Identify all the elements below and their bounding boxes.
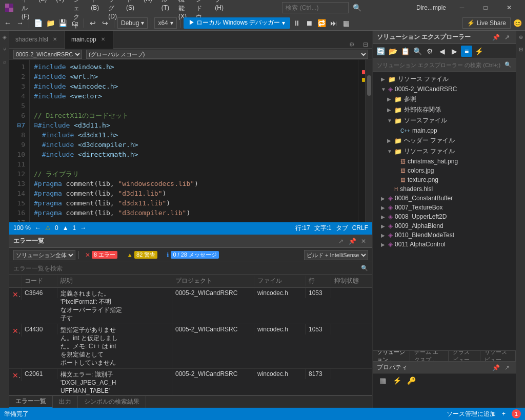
error-search-input[interactable]: [13, 265, 359, 272]
nav-forward-icon[interactable]: →: [80, 224, 86, 232]
tree-item-project[interactable]: ▼ ◈ 0005-2_WICandRSRC: [373, 85, 516, 94]
props-btn-1[interactable]: ▦: [377, 375, 388, 386]
toolbar-icon-4[interactable]: ⏭: [328, 17, 339, 29]
panel-tab-errors[interactable]: エラー一覧: [9, 396, 53, 408]
start-debug-button[interactable]: ▶ ローカル Windows デバッガー ▾: [184, 17, 291, 29]
activity-git-icon[interactable]: ⑂: [1, 45, 9, 53]
sidebar-tab-team[interactable]: チーム エクスプ...: [410, 350, 449, 362]
sidebar-btn-1[interactable]: 🔄: [375, 46, 386, 57]
sidebar-btn-4[interactable]: 🔍: [412, 46, 423, 57]
warning-badge[interactable]: ▲ 82 警告: [124, 250, 160, 260]
save-button[interactable]: 💾: [57, 17, 68, 29]
sidebar-btn-active[interactable]: ≡: [461, 46, 472, 57]
tree-item-0008[interactable]: ▶ ◈ 0008_UpperLeft2D: [373, 212, 516, 221]
tree-item-0009[interactable]: ▶ ◈ 0009_AlphaBlend: [373, 221, 516, 230]
panel-tab-output[interactable]: 出力: [53, 396, 78, 408]
tree-item-0006[interactable]: ▶ ◈ 0006_ConstantBuffer: [373, 194, 516, 203]
sidebar-tab-solution[interactable]: ソリューション...: [373, 350, 410, 362]
message-badge[interactable]: ℹ 0 / 28 メッセージ: [164, 250, 222, 260]
toolbar-icon-2[interactable]: ⏹: [304, 17, 315, 29]
filter-dropdown[interactable]: ビルド + IntelliSense: [304, 250, 368, 260]
save-all-button[interactable]: 🗂: [69, 17, 80, 29]
tree-item-0007[interactable]: ▶ ◈ 0007_TextureBox: [373, 203, 516, 212]
minimize-button[interactable]: ─: [450, 0, 474, 15]
back-button[interactable]: ←: [2, 17, 13, 29]
undo-button[interactable]: ↩: [87, 17, 98, 29]
properties-float-button[interactable]: ↗: [502, 363, 512, 372]
code-content[interactable]: #include <windows.h> #include <wrl.h> #i…: [30, 60, 358, 222]
tab-cpp-close[interactable]: ✕: [99, 36, 107, 43]
tree-item-resources[interactable]: ▼ 📁 リソース ファイル: [373, 146, 516, 157]
tree-item-colors-jpg[interactable]: 🖼 colors.jpg: [373, 166, 516, 175]
col-suppress[interactable]: 抑制状態: [331, 276, 372, 286]
right-icon-1[interactable]: ⊕: [517, 33, 525, 41]
sidebar-btn-3[interactable]: 📋: [399, 46, 411, 57]
error-badge[interactable]: ✕ 8 エラー: [82, 250, 120, 260]
panel-close-button[interactable]: ✕: [359, 237, 368, 246]
right-icon-2[interactable]: ⊟: [517, 45, 525, 53]
debug-config-dropdown[interactable]: Debug ▾: [117, 17, 148, 29]
scope-dropdown[interactable]: ソリューション全体: [13, 250, 75, 260]
search-input[interactable]: [282, 2, 349, 13]
col-project[interactable]: プロジェクト: [172, 276, 254, 286]
toolbar-icon-1[interactable]: ⏸: [291, 17, 302, 29]
tree-item-0010[interactable]: ▶ ◈ 0010_BlendModeTest: [373, 230, 516, 240]
panel-float-button[interactable]: ↗: [336, 237, 346, 246]
error-row-c4430[interactable]: ✕ C4430 型指定子がありません。int と仮定しました。メモ: C++ は…: [9, 324, 372, 369]
source-control-label[interactable]: ソース管理に追加: [447, 410, 496, 418]
activity-search-icon[interactable]: ⌕: [1, 57, 9, 66]
search-icon[interactable]: 🔍: [353, 4, 361, 12]
live-share-button[interactable]: ⚡ Live Share: [462, 17, 511, 29]
col-code[interactable]: コード: [22, 276, 57, 286]
panel-pin-button[interactable]: 📌: [348, 237, 357, 246]
tree-item-christmas-hat[interactable]: 🖼 christmas_hat.png: [373, 157, 516, 166]
sidebar-tab-resource[interactable]: リソース ビュー: [480, 350, 516, 362]
col-description[interactable]: 説明: [57, 276, 172, 286]
tab-shaders-hlsl[interactable]: shaders.hlsl ✕: [9, 31, 65, 48]
maximize-button[interactable]: □: [474, 0, 497, 15]
scroll-thumb[interactable]: [367, 75, 371, 96]
redo-button[interactable]: ↪: [99, 17, 111, 29]
tree-item-shaders-hlsl[interactable]: H shaders.hlsl: [373, 184, 516, 194]
sidebar-btn-5[interactable]: ⚙: [424, 46, 435, 57]
sidebar-btn-6[interactable]: ◀: [436, 46, 448, 57]
close-button[interactable]: ✕: [497, 0, 521, 15]
new-file-button[interactable]: 📄: [32, 17, 44, 29]
toolbar-icon-3[interactable]: 🔁: [316, 17, 327, 29]
sidebar-btn-7[interactable]: ▶: [449, 46, 460, 57]
editor-split-icon[interactable]: ⊟: [359, 41, 372, 48]
vertical-scrollbar[interactable]: [365, 60, 372, 222]
properties-pin-button[interactable]: 📌: [491, 363, 500, 372]
nav-back-icon[interactable]: ←: [35, 224, 41, 232]
activity-solution-icon[interactable]: ◈: [1, 33, 9, 41]
sidebar-tab-class[interactable]: クラス ビュー: [449, 350, 480, 362]
scope-selector[interactable]: (グローバル スコープ): [86, 50, 368, 59]
tree-item-source[interactable]: ▼ 📁 ソースファイル: [373, 115, 516, 126]
tree-item-external[interactable]: ▶ 📁 外部依存関係: [373, 104, 516, 115]
tree-item-main-cpp[interactable]: C++ main.cpp: [373, 126, 516, 135]
tree-item-resources-top[interactable]: ▶ 📁 リソース ファイル: [373, 74, 516, 85]
error-row-c2061-1[interactable]: ✕ C2061 構文エラー: 識別子'DXGI_JPEG_AC_HUFFMAN_…: [9, 369, 372, 395]
col-file[interactable]: ファイル: [254, 276, 306, 286]
tab-main-cpp[interactable]: main.cpp ✕: [65, 31, 113, 49]
sidebar-float-button[interactable]: ↗: [502, 33, 512, 42]
tree-item-headers[interactable]: ▶ 📁 ヘッダー ファイル: [373, 135, 516, 146]
toolbar-icon-5[interactable]: ▦: [340, 17, 352, 29]
feedback-button[interactable]: 😊: [512, 17, 523, 29]
sidebar-btn-2[interactable]: 📂: [387, 46, 398, 57]
tree-item-0011[interactable]: ▶ ◈ 0011 AlphaControl: [373, 240, 516, 249]
tree-item-texture-png[interactable]: 🖼 texture.png: [373, 175, 516, 184]
sidebar-btn-8[interactable]: ⚡: [473, 46, 484, 57]
tree-item-refs[interactable]: ▶ 📁 参照: [373, 94, 516, 104]
editor-settings-icon[interactable]: ⚙: [345, 41, 359, 48]
error-row-c3646[interactable]: ✕ C3646 定義されました。'PixelFormat': 不明なオーバーライ…: [9, 288, 372, 324]
props-btn-3[interactable]: 🔑: [406, 375, 417, 386]
sidebar-search-input[interactable]: [377, 62, 502, 68]
open-button[interactable]: 📁: [45, 17, 56, 29]
col-line[interactable]: 行: [306, 276, 331, 286]
file-selector[interactable]: 0005-2_WICandRSRC: [13, 50, 82, 59]
forward-button[interactable]: →: [14, 17, 26, 29]
error-indicator[interactable]: ⚠: [45, 224, 51, 232]
tab-hlsl-close[interactable]: ✕: [51, 36, 58, 43]
props-btn-2[interactable]: ⚡: [391, 375, 402, 386]
